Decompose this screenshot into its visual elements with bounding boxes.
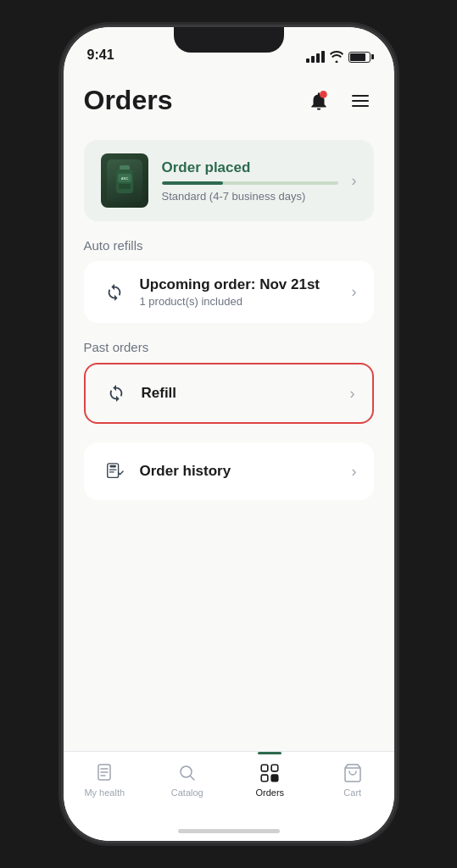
orders-icon (259, 762, 281, 784)
phone-screen: 9:41 (64, 27, 394, 841)
svg-text:ANC: ANC (120, 176, 128, 181)
past-orders-label: Past orders (84, 340, 374, 354)
battery-icon (348, 52, 371, 63)
order-placed-card[interactable]: ANC Order placed Standard (4-7 business … (84, 140, 374, 221)
order-history-icon (101, 458, 128, 485)
wifi-icon (330, 51, 343, 63)
order-card-arrow: › (352, 172, 357, 190)
nav-label-catalog: Catalog (171, 787, 203, 798)
page-header: Orders (84, 78, 374, 123)
order-shipping-text: Standard (4-7 business days) (162, 190, 338, 203)
svg-rect-12 (262, 775, 269, 782)
refill-text: Refill (142, 385, 338, 402)
nav-item-cart[interactable]: Cart (311, 762, 394, 798)
upcoming-order-text: Upcoming order: Nov 21st 1 product(s) in… (140, 276, 340, 308)
refill-arrow: › (350, 385, 355, 403)
past-orders-section: Past orders (84, 340, 374, 346)
order-history-text: Order history (140, 463, 340, 480)
signal-bars-icon (306, 51, 325, 63)
svg-point-0 (320, 91, 327, 98)
refill-cycle-icon (101, 279, 128, 306)
order-history-item[interactable]: Order history › (84, 442, 374, 500)
progress-bar-fill (162, 181, 224, 185)
search-icon (176, 762, 198, 784)
main-content: Orders (64, 68, 394, 751)
order-history-title: Order history (140, 463, 340, 480)
auto-refills-card: Upcoming order: Nov 21st 1 product(s) in… (84, 261, 374, 323)
status-icons (306, 51, 371, 63)
bell-icon (308, 90, 330, 112)
order-status-title: Order placed (162, 159, 338, 176)
nav-label-cart: Cart (343, 787, 361, 798)
order-history-arrow: › (352, 463, 357, 481)
product-bottle-icon: ANC (113, 165, 137, 196)
svg-rect-10 (262, 765, 269, 771)
svg-rect-5 (119, 184, 131, 189)
refill-title: Refill (142, 385, 338, 402)
home-indicator (64, 821, 394, 841)
document-icon (93, 762, 115, 784)
bottom-nav: My health Catalog (64, 751, 394, 821)
auto-refills-label: Auto refills (84, 238, 374, 253)
cart-icon (342, 762, 364, 784)
nav-label-my-health: My health (84, 787, 125, 798)
refill-card[interactable]: Refill › (84, 363, 374, 424)
notch (174, 27, 284, 53)
svg-rect-13 (271, 775, 278, 782)
product-thumbnail: ANC (101, 153, 148, 208)
upcoming-order-arrow: › (352, 283, 357, 301)
phone-frame: 9:41 (64, 27, 394, 841)
upcoming-order-subtitle: 1 product(s) included (140, 295, 340, 308)
svg-rect-7 (109, 465, 115, 468)
notification-button[interactable] (304, 86, 333, 115)
auto-refills-section: Auto refills (84, 238, 374, 244)
page-title: Orders (84, 85, 173, 116)
refill-item[interactable]: Refill › (86, 364, 372, 422)
order-history-card: Order history › (84, 442, 374, 500)
nav-item-orders[interactable]: Orders (229, 762, 312, 798)
refill-icon (103, 380, 130, 407)
active-indicator (258, 752, 281, 754)
progress-bar (162, 181, 338, 185)
nav-item-my-health[interactable]: My health (64, 762, 147, 798)
header-icons (304, 86, 374, 115)
upcoming-order-item[interactable]: Upcoming order: Nov 21st 1 product(s) in… (84, 261, 374, 323)
hamburger-icon (350, 91, 371, 111)
nav-label-orders: Orders (255, 787, 284, 798)
svg-rect-11 (271, 765, 278, 771)
upcoming-order-title: Upcoming order: Nov 21st (140, 276, 340, 293)
nav-item-catalog[interactable]: Catalog (146, 762, 229, 798)
order-info: Order placed Standard (4-7 business days… (162, 159, 338, 203)
status-time: 9:41 (87, 47, 114, 63)
menu-button[interactable] (347, 87, 374, 114)
